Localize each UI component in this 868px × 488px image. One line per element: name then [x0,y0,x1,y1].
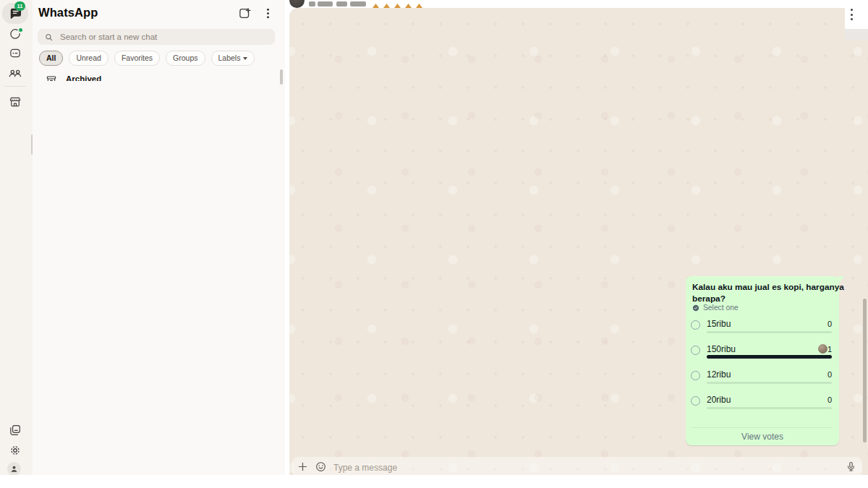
sticker-button[interactable] [315,461,327,473]
contact-name-fragment [336,1,347,7]
filter-groups[interactable]: Groups [166,51,205,66]
archived-label: Archived [66,74,101,81]
mic-icon [845,461,857,473]
sticker-smiley-icon [315,461,327,473]
poll-option-bar [707,382,832,384]
chat-list-panel: WhatsApp [33,0,285,475]
nav-profile[interactable] [7,462,21,476]
communities-icon [8,66,22,80]
chat-menu-button[interactable] [849,9,854,23]
chat-scrollbar[interactable] [863,299,867,442]
search-icon [38,33,54,42]
view-votes-button[interactable]: View votes [686,429,839,444]
new-chat-button[interactable] [238,7,252,20]
poll-question: Kalau aku mau jual es kopi, harganya ber… [692,281,844,305]
message-input[interactable] [332,460,834,476]
nav-channels[interactable] [8,46,22,60]
status-new-dot [19,28,22,32]
poll-option-votes: 0 [827,320,832,328]
filter-all[interactable]: All [39,51,63,66]
voter-avatar[interactable] [818,344,827,354]
profile-icon [9,464,19,474]
stacked-media-icon [9,424,22,437]
poll-option-votes: 0 [827,395,832,404]
contact-name-fragment [309,1,315,7]
filter-labels[interactable]: Labels [211,51,255,66]
poll-type-icon [692,304,699,312]
poll-option-label: 15ribu [707,319,731,329]
rail-divider [4,86,26,87]
chat-header-right-shade [845,29,868,40]
nav-communities[interactable] [8,66,22,80]
archive-box-icon [46,74,57,81]
app-title: WhatsApp [38,6,98,20]
kebab-dot [851,14,853,16]
chat-header-cut [285,0,868,8]
unread-count-badge: 11 [14,1,25,11]
nav-rail: 11 [0,0,33,475]
poll-option-label: 12ribu [707,369,731,380]
nav-updates[interactable] [8,423,22,437]
contact-name-fragment [350,1,366,7]
chat-header-right-area [845,0,868,29]
kebab-dot [851,9,853,11]
storefront-icon [9,95,22,108]
kebab-menu-icon [261,7,275,20]
poll-option-label: 20ribu [707,395,731,405]
kebab-dot [851,18,853,20]
sidebar-menu-button[interactable] [261,7,275,20]
gear-icon [9,444,22,457]
voice-message-button[interactable] [845,461,857,473]
contact-name-fragment [318,1,333,7]
channels-icon [9,47,22,60]
poll-option-bar [707,331,832,333]
chevron-down-icon [243,57,247,60]
attach-button[interactable] [297,461,309,473]
archived-chats-row[interactable]: Archived [33,69,278,81]
whatsapp-web-window: 11 [0,0,868,488]
window-bottom-margin [0,475,868,488]
poll-option-radio[interactable] [691,320,700,330]
poll-message-bubble: Kalau aku mau jual es kopi, harganya ber… [686,276,839,445]
filter-chips: All Unread Favorites Groups Labels [39,51,255,66]
poll-option-label: 150ribu [707,344,736,354]
poll-option-radio[interactable] [691,346,700,355]
search-input[interactable] [59,32,275,42]
poll-option-bar [707,407,832,409]
filter-unread[interactable]: Unread [69,51,108,66]
new-chat-icon [238,7,252,20]
poll-option-bar-filled [707,355,832,359]
poll-option-radio[interactable] [691,396,700,406]
poll-option-votes: 0 [827,370,832,379]
poll-option-radio[interactable] [691,371,700,380]
poll-footer-divider [692,427,833,428]
nav-settings[interactable] [8,443,22,457]
poll-instruction: Select one [692,304,739,312]
filter-favorites[interactable]: Favorites [114,51,160,66]
poll-option-votes: 1 [827,345,832,354]
plus-icon [297,461,309,473]
nav-business-tools[interactable] [8,95,22,108]
search-bar[interactable] [38,29,275,45]
chat-list-scrollbar[interactable] [280,69,283,85]
